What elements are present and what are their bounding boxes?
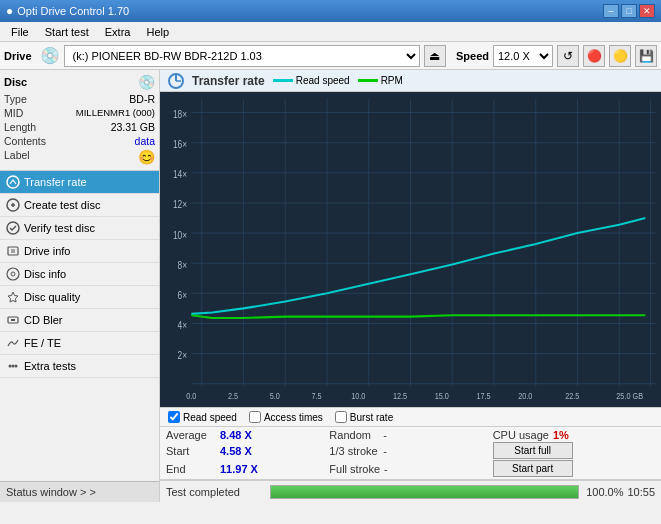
icon-btn-1[interactable]: 🔴 xyxy=(583,45,605,67)
menu-extra[interactable]: Extra xyxy=(98,23,138,41)
fe-te-icon xyxy=(6,336,20,350)
progress-percent: 100.0% xyxy=(583,486,623,498)
svg-text:14×: 14× xyxy=(173,168,187,180)
start-part-button[interactable]: Start part xyxy=(493,460,573,477)
nav-verify-test-disc-label: Verify test disc xyxy=(24,222,95,234)
nav-disc-info-label: Disc info xyxy=(24,268,66,280)
nav-disc-quality[interactable]: Disc quality xyxy=(0,286,159,309)
app-icon: ● xyxy=(6,4,13,18)
svg-point-8 xyxy=(7,268,19,280)
menu-file[interactable]: File xyxy=(4,23,36,41)
disc-quality-icon xyxy=(6,290,20,304)
progress-bar xyxy=(270,485,579,499)
save-button[interactable]: 💾 xyxy=(635,45,657,67)
maximize-button[interactable]: □ xyxy=(621,4,637,18)
nav-disc-quality-label: Disc quality xyxy=(24,291,80,303)
start-full-button[interactable]: Start full xyxy=(493,442,573,459)
nav-transfer-rate-label: Transfer rate xyxy=(24,176,87,188)
app-title: Opti Drive Control 1.70 xyxy=(17,5,129,17)
menu-help[interactable]: Help xyxy=(139,23,176,41)
svg-text:12×: 12× xyxy=(173,198,187,210)
close-button[interactable]: ✕ xyxy=(639,4,655,18)
svg-text:4×: 4× xyxy=(178,319,188,331)
drive-info-icon xyxy=(6,244,20,258)
svg-text:8×: 8× xyxy=(178,259,188,271)
disc-section: Disc 💿 Type BD-R MID MILLENMR1 (000) Len… xyxy=(0,70,159,171)
disc-mid-row: MID MILLENMR1 (000) xyxy=(4,106,155,120)
speed-label: Speed xyxy=(456,50,489,62)
drive-select[interactable]: (k:) PIONEER BD-RW BDR-212D 1.03 xyxy=(64,45,420,67)
disc-contents-row: Contents data xyxy=(4,134,155,148)
disc-length-row: Length 23.31 GB xyxy=(4,120,155,134)
burst-rate-checkbox[interactable] xyxy=(335,411,347,423)
nav-fe-te-label: FE / TE xyxy=(24,337,61,349)
checkbox-access-times[interactable]: Access times xyxy=(249,411,323,423)
read-speed-checkbox[interactable] xyxy=(168,411,180,423)
stat-1-3-stroke: 1/3 stroke - xyxy=(329,442,491,459)
time-display: 10:55 xyxy=(627,486,655,498)
create-test-disc-icon xyxy=(6,198,20,212)
nav-cd-bler[interactable]: CD Bler xyxy=(0,309,159,332)
legend-rpm: RPM xyxy=(358,75,403,86)
stat-cpu: CPU usage 1% xyxy=(493,429,655,441)
refresh-button[interactable]: ↺ xyxy=(557,45,579,67)
disc-label-row: Label 😊 xyxy=(4,148,155,166)
svg-point-12 xyxy=(9,365,12,368)
svg-text:2×: 2× xyxy=(178,349,188,361)
chart-area: 18× 16× 14× 12× 10× 8× 6× 4× 2× 0.0 2.5 … xyxy=(160,92,661,407)
nav-verify-test-disc[interactable]: Verify test disc xyxy=(0,217,159,240)
menu-bar: File Start test Extra Help xyxy=(0,22,661,42)
minimize-button[interactable]: – xyxy=(603,4,619,18)
svg-text:12.5: 12.5 xyxy=(393,390,407,401)
icon-btn-2[interactable]: 🟡 xyxy=(609,45,631,67)
chart-svg: 18× 16× 14× 12× 10× 8× 6× 4× 2× 0.0 2.5 … xyxy=(160,92,661,407)
eject-button[interactable]: ⏏ xyxy=(424,45,446,67)
nav-cd-bler-label: CD Bler xyxy=(24,314,63,326)
progress-bar-area: Test completed 100.0% 10:55 xyxy=(160,480,661,502)
drive-label: Drive xyxy=(4,50,32,62)
svg-text:6×: 6× xyxy=(178,289,188,301)
stat-random: Random - xyxy=(329,429,491,441)
extra-tests-icon xyxy=(6,359,20,373)
legend-read-speed: Read speed xyxy=(273,75,350,86)
menu-start-test[interactable]: Start test xyxy=(38,23,96,41)
svg-text:25.0 GB: 25.0 GB xyxy=(616,390,643,401)
svg-point-9 xyxy=(11,272,15,276)
svg-text:18×: 18× xyxy=(173,108,187,120)
checkbox-read-speed[interactable]: Read speed xyxy=(168,411,237,423)
nav-fe-te[interactable]: FE / TE xyxy=(0,332,159,355)
nav-disc-info[interactable]: Disc info xyxy=(0,263,159,286)
chart-header: Transfer rate Read speed RPM xyxy=(160,70,661,92)
speed-select[interactable]: 12.0 X xyxy=(493,45,553,67)
left-panel: Disc 💿 Type BD-R MID MILLENMR1 (000) Len… xyxy=(0,70,160,502)
drive-bar: Drive 💿 (k:) PIONEER BD-RW BDR-212D 1.03… xyxy=(0,42,661,70)
stat-start-part-row: Start part xyxy=(493,460,655,477)
status-text: Test completed xyxy=(166,486,266,498)
nav-drive-info[interactable]: Drive info xyxy=(0,240,159,263)
nav-extra-tests-label: Extra tests xyxy=(24,360,76,372)
stats-grid: Average 8.48 X Random - CPU usage 1% Sta… xyxy=(166,429,655,477)
stat-start-full-row: Start full xyxy=(493,442,655,459)
access-times-checkbox[interactable] xyxy=(249,411,261,423)
svg-point-14 xyxy=(15,365,18,368)
svg-text:2.5: 2.5 xyxy=(228,390,238,401)
nav-drive-info-label: Drive info xyxy=(24,245,70,257)
svg-text:15.0: 15.0 xyxy=(435,390,449,401)
nav-create-test-disc-label: Create test disc xyxy=(24,199,100,211)
nav-section: Transfer rate Create test disc Verify te… xyxy=(0,171,159,481)
status-window-button[interactable]: Status window > > xyxy=(0,481,159,502)
svg-point-13 xyxy=(12,365,15,368)
svg-text:10.0: 10.0 xyxy=(351,390,365,401)
svg-point-0 xyxy=(7,176,19,188)
disc-info-icon xyxy=(6,267,20,281)
nav-create-test-disc[interactable]: Create test disc xyxy=(0,194,159,217)
chart-controls: Read speed Access times Burst rate xyxy=(160,407,661,427)
stats-area: Average 8.48 X Random - CPU usage 1% Sta… xyxy=(160,427,661,480)
svg-text:7.5: 7.5 xyxy=(311,390,321,401)
nav-transfer-rate[interactable]: Transfer rate xyxy=(0,171,159,194)
chart-title: Transfer rate xyxy=(192,74,265,88)
disc-type-row: Type BD-R xyxy=(4,92,155,106)
svg-text:17.5: 17.5 xyxy=(476,390,490,401)
checkbox-burst-rate[interactable]: Burst rate xyxy=(335,411,393,423)
nav-extra-tests[interactable]: Extra tests xyxy=(0,355,159,378)
